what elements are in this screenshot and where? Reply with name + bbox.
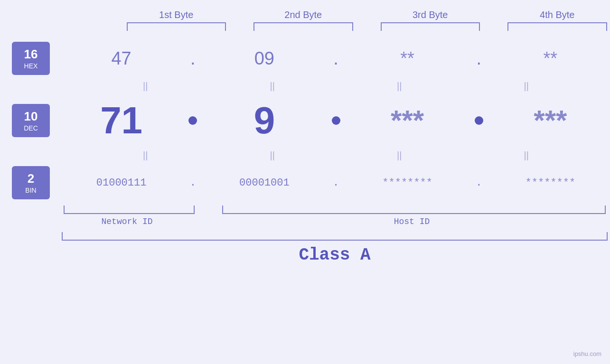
hex-values: 47 . 09 . ** . **: [62, 48, 610, 69]
eq-sep2: [324, 81, 348, 92]
class-label: Class A: [299, 245, 370, 265]
spacer: [63, 9, 125, 20]
eq-sep1: [197, 81, 221, 92]
eq1-b3: ||: [348, 81, 451, 92]
hex-byte3: **: [348, 48, 467, 69]
bin-dot2: .: [324, 177, 348, 189]
eq-sep3: [451, 81, 475, 92]
dec-byte1: 71: [62, 102, 181, 140]
host-id-label: Host ID: [216, 217, 608, 226]
dot-circle-1: [188, 116, 197, 125]
network-id-bracket: [64, 205, 195, 214]
dec-dot3: [467, 116, 491, 125]
eq-cells-1: || || || ||: [94, 81, 578, 92]
eq-sep5: [324, 150, 348, 161]
id-labels: Network ID Host ID: [62, 217, 608, 226]
bin-dot1: .: [181, 177, 205, 189]
byte1-header: 1st Byte: [125, 9, 228, 20]
eq1-b4: ||: [475, 81, 578, 92]
bin-badge-col: 2 BIN: [0, 166, 62, 199]
main-container: 1st Byte 2nd Byte 3rd Byte 4th Byte: [0, 0, 610, 364]
bottom-section: Network ID Host ID Class A: [0, 205, 610, 265]
bracket-byte4: [507, 22, 607, 31]
bot-sep1: [197, 205, 220, 214]
bin-byte3: ********: [348, 177, 467, 189]
bottom-brackets: [62, 205, 608, 214]
dec-byte4: ***: [491, 106, 610, 135]
watermark: ipshu.com: [573, 350, 601, 357]
host-id-bracket: [222, 205, 606, 214]
network-id-label: Network ID: [62, 217, 192, 226]
bin-values: 01000111 . 00001001 . ******** . *******…: [62, 177, 610, 189]
bracket-byte2: [253, 22, 353, 31]
dec-byte3: ***: [348, 106, 467, 135]
eq-sep4: [197, 150, 221, 161]
hex-row: 16 HEX 47 . 09 . ** . **: [0, 39, 610, 77]
bin-row: 2 BIN 01000111 . 00001001 . ******** .: [0, 164, 610, 202]
eq-row-2: || || || ||: [32, 147, 578, 164]
dec-badge-col: 10 DEC: [0, 104, 62, 137]
dec-dot1: [181, 116, 205, 125]
byte2-header: 2nd Byte: [252, 9, 355, 20]
full-bottom-bracket: [62, 232, 608, 241]
bin-byte2: 00001001: [205, 177, 324, 189]
bracket-byte1: [127, 22, 226, 31]
bin-byte4: ********: [491, 177, 610, 189]
eq2-b4: ||: [475, 150, 578, 161]
hex-byte4: **: [491, 48, 610, 69]
dec-row: 10 DEC 71 9 *** ***: [0, 94, 610, 147]
bracket-sep3: [482, 22, 506, 31]
hex-badge: 16 HEX: [12, 42, 50, 75]
badge-spacer: [63, 22, 125, 31]
bin-byte1: 01000111: [62, 177, 181, 189]
eq2-b1: ||: [94, 150, 197, 161]
eq-sep6: [451, 150, 475, 161]
dec-dot2: [324, 116, 348, 125]
eq1-b1: ||: [94, 81, 197, 92]
class-label-container: Class A: [62, 245, 608, 265]
hex-dot3: .: [467, 48, 491, 69]
hex-dot2: .: [324, 48, 348, 69]
byte4-header: 4th Byte: [506, 9, 609, 20]
host-id-bracket-wrapper: [220, 205, 608, 214]
hex-byte2: 09: [205, 48, 324, 69]
dot-circle-2: [332, 116, 340, 125]
eq2-b2: ||: [221, 150, 324, 161]
dec-byte2: 9: [205, 102, 324, 140]
bracket-byte3: [381, 22, 480, 31]
bracket-sep1: [228, 22, 252, 31]
eq2-b3: ||: [348, 150, 451, 161]
bracket-sep2: [355, 22, 379, 31]
byte3-header: 3rd Byte: [379, 9, 482, 20]
dec-values: 71 9 *** ***: [62, 102, 610, 140]
eq-cells-2: || || || ||: [94, 150, 578, 161]
bin-dot3: .: [467, 177, 491, 189]
hex-byte1: 47: [62, 48, 181, 69]
hex-badge-col: 16 HEX: [0, 42, 62, 75]
bin-badge: 2 BIN: [12, 166, 50, 199]
eq-row-1: || || || ||: [32, 77, 578, 94]
eq1-b2: ||: [221, 81, 324, 92]
label-sep: [192, 217, 216, 226]
dot-circle-3: [475, 116, 483, 125]
hex-dot1: .: [181, 48, 205, 69]
dec-badge: 10 DEC: [12, 104, 50, 137]
